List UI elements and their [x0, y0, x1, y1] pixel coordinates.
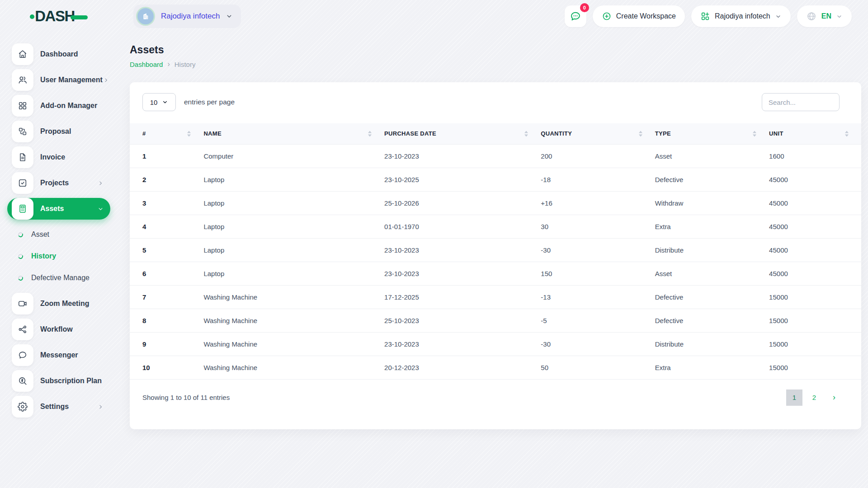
- cell-type: Defective: [655, 309, 769, 332]
- create-workspace-button[interactable]: Create Workspace: [593, 5, 685, 27]
- proposal-icon: [12, 121, 33, 142]
- plus-circle-icon: [602, 11, 612, 21]
- entries-per-page-label: entries per page: [184, 98, 235, 106]
- cell-unit: 45000: [769, 168, 861, 191]
- sidebar-subitem-asset[interactable]: Asset: [7, 224, 110, 245]
- entries-per-page-select[interactable]: 10: [142, 93, 176, 111]
- cell-quantity: +16: [541, 191, 655, 215]
- sidebar-item-invoice[interactable]: Invoice: [7, 146, 110, 168]
- cell--: 9: [130, 332, 203, 356]
- bullet-icon: [17, 253, 24, 259]
- workspace-name: Rajodiya infotech: [161, 12, 220, 21]
- sidebar-item-subscription-plan[interactable]: Subscription Plan: [7, 370, 110, 392]
- cell-quantity: -13: [541, 285, 655, 309]
- workspace-dropdown-label: Rajodiya infotech: [715, 12, 770, 20]
- cell-type: Distribute: [655, 332, 769, 356]
- entries-per-page-value: 10: [150, 99, 158, 106]
- sidebar-item-label: Dashboard: [40, 50, 78, 58]
- sidebar-item-user-management[interactable]: User Management: [7, 69, 110, 91]
- cell-quantity: -30: [541, 238, 655, 262]
- cell-type: Asset: [655, 144, 769, 168]
- column-header-quantity[interactable]: QUANTITY: [541, 123, 655, 144]
- column-header-unit[interactable]: UNIT: [769, 123, 861, 144]
- sidebar-nav: DashboardUser ManagementAdd-on ManagerPr…: [0, 43, 118, 418]
- search-input[interactable]: [762, 93, 840, 111]
- cell-unit: 15000: [769, 309, 861, 332]
- language-selector[interactable]: EN: [797, 5, 852, 27]
- table-row: 2Laptop23-10-2025-18Defective45000: [130, 168, 861, 191]
- sidebar-item-projects[interactable]: Projects: [7, 172, 110, 194]
- table-row: 3Laptop25-10-2026+16Withdraw45000: [130, 191, 861, 215]
- logo-dash-bar: [71, 15, 88, 19]
- cell-type: Extra: [655, 215, 769, 238]
- settings-icon: [12, 396, 33, 418]
- cell-purchase-date: 23-10-2023: [384, 238, 541, 262]
- notification-badge: 0: [580, 3, 589, 12]
- cell-unit: 15000: [769, 285, 861, 309]
- cell-type: Distribute: [655, 238, 769, 262]
- column-header--[interactable]: #: [130, 123, 203, 144]
- chevron-down-icon: [775, 13, 782, 20]
- messages-button[interactable]: 0: [565, 5, 586, 27]
- sidebar-item-workflow[interactable]: Workflow: [7, 319, 110, 340]
- table-controls: 10 entries per page: [130, 82, 861, 111]
- language-label: EN: [821, 12, 831, 20]
- sidebar-subitem-history[interactable]: History: [7, 245, 110, 267]
- next-page-button[interactable]: ›: [826, 389, 842, 406]
- cell-purchase-date: 25-10-2023: [384, 309, 541, 332]
- sidebar-item-label: Settings: [40, 403, 69, 411]
- logo-dot: [30, 14, 34, 19]
- table-body: 1Computer23-10-2023200Asset16002Laptop23…: [130, 144, 861, 379]
- sidebar-item-proposal[interactable]: Proposal: [7, 121, 110, 142]
- sort-icon: [753, 131, 756, 136]
- cell-unit: 45000: [769, 262, 861, 285]
- column-header-type[interactable]: TYPE: [655, 123, 769, 144]
- sidebar-item-label: Subscription Plan: [40, 377, 102, 385]
- cell-type: Withdraw: [655, 191, 769, 215]
- page-button-1[interactable]: 1: [786, 389, 802, 406]
- breadcrumb-dashboard-link[interactable]: Dashboard: [130, 61, 163, 68]
- table-row: 7Washing Machine17-12-2025-13Defective15…: [130, 285, 861, 309]
- logo-text: DASH: [35, 8, 75, 25]
- chat-bubble-icon: [570, 10, 581, 22]
- cell-type: Extra: [655, 356, 769, 379]
- cell-quantity: -18: [541, 168, 655, 191]
- table-row: 9Washing Machine23-10-2023-30Distribute1…: [130, 332, 861, 356]
- assets-icon: [12, 198, 33, 220]
- history-table: #NAMEPURCHASE DATEQUANTITYTYPEUNIT 1Comp…: [130, 123, 861, 380]
- sidebar-item-dashboard[interactable]: Dashboard: [7, 43, 110, 65]
- page-button-2[interactable]: 2: [806, 389, 822, 406]
- workspace-switcher[interactable]: Rajodiya infotech: [133, 5, 241, 28]
- sidebar-item-messenger[interactable]: Messenger: [7, 344, 110, 366]
- sidebar-item-settings[interactable]: Settings: [7, 396, 110, 418]
- sidebar-item-add-on-manager[interactable]: Add-on Manager: [7, 95, 110, 117]
- chevron-right-icon: [97, 180, 104, 187]
- cell-unit: 1600: [769, 144, 861, 168]
- column-label: #: [130, 130, 146, 137]
- create-workspace-label: Create Workspace: [616, 12, 676, 20]
- table-wrap: #NAMEPURCHASE DATEQUANTITYTYPEUNIT 1Comp…: [130, 123, 861, 380]
- sort-icon: [368, 131, 372, 136]
- sidebar-item-label: User Management: [40, 76, 103, 84]
- table-row: 1Computer23-10-2023200Asset1600: [130, 144, 861, 168]
- sidebar-subitem-defective-manage[interactable]: Defective Manage: [7, 267, 110, 289]
- column-label: QUANTITY: [541, 130, 572, 137]
- cell-quantity: 200: [541, 144, 655, 168]
- sort-icon: [187, 131, 191, 136]
- sidebar-item-zoom-meeting[interactable]: Zoom Meeting: [7, 293, 110, 314]
- sidebar-subitem-label: Asset: [31, 230, 49, 239]
- table-row: 8Washing Machine25-10-2023-5Defective150…: [130, 309, 861, 332]
- topbar-actions: 0 Create Workspace Rajodiya infotech: [565, 5, 852, 27]
- workspace-dropdown[interactable]: Rajodiya infotech: [691, 5, 791, 27]
- cell-quantity: -5: [541, 309, 655, 332]
- sidebar-item-label: Projects: [40, 179, 69, 187]
- sidebar-item-label: Workflow: [40, 325, 73, 333]
- column-header-purchase-date[interactable]: PURCHASE DATE: [384, 123, 541, 144]
- column-header-name[interactable]: NAME: [203, 123, 384, 144]
- cell-name: Laptop: [203, 215, 384, 238]
- breadcrumb: Dashboard › History: [130, 60, 861, 68]
- cell-name: Washing Machine: [203, 309, 384, 332]
- workflow-icon: [12, 319, 33, 340]
- cell-purchase-date: 20-12-2023: [384, 356, 541, 379]
- sidebar-item-assets[interactable]: Assets: [7, 198, 110, 220]
